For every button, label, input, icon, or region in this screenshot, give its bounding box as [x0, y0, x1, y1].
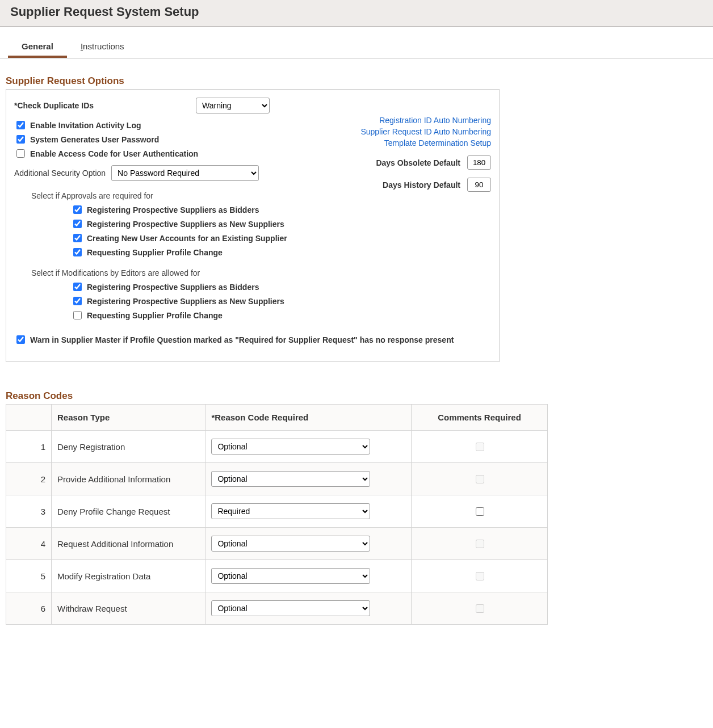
approval-label: Registering Prospective Suppliers as Bid… [87, 205, 259, 214]
approval-checkbox[interactable] [73, 220, 82, 228]
comments-required-cell [412, 463, 548, 495]
enable-access-code-checkbox[interactable] [16, 149, 25, 158]
table-row: 1Deny RegistrationOptional [6, 431, 548, 463]
reason-row-number: 5 [6, 560, 52, 592]
reason-code-cell: Optional [205, 592, 412, 625]
additional-security-option-label: Additional Security Option [14, 169, 106, 178]
reason-code-cell: Required [205, 495, 412, 528]
days-history-default-input[interactable] [467, 178, 491, 192]
table-row: 4Request Additional InformationOptional [6, 528, 548, 560]
check-duplicate-ids-select[interactable]: Warning [196, 98, 270, 113]
reason-col-type: Reason Type [52, 405, 205, 431]
approval-checkbox[interactable] [73, 205, 82, 214]
comments-required-checkbox [476, 443, 484, 451]
approval-checkbox[interactable] [73, 248, 82, 256]
modification-checkbox[interactable] [73, 297, 82, 305]
comments-required-checkbox [476, 604, 484, 613]
reason-row-number: 1 [6, 431, 52, 463]
section-reason-codes-title: Reason Codes [6, 390, 707, 402]
comments-required-cell [412, 560, 548, 592]
reason-row-number: 4 [6, 528, 52, 560]
reason-type-cell: Withdraw Request [52, 592, 205, 625]
approvals-required-header: Select if Approvals are required for [31, 191, 309, 200]
reason-code-required-select[interactable]: Optional [211, 439, 370, 455]
modification-label: Requesting Supplier Profile Change [87, 311, 223, 320]
modification-item: Registering Prospective Suppliers as New… [71, 295, 309, 307]
comments-required-checkbox [476, 475, 484, 483]
modification-checkbox[interactable] [73, 311, 82, 319]
enable-invitation-log-checkbox[interactable] [16, 121, 25, 129]
additional-security-option-select[interactable]: No Password Required [111, 165, 259, 181]
reason-col-rownum [6, 405, 52, 431]
approval-item: Registering Prospective Suppliers as New… [71, 218, 309, 230]
reason-type-cell: Modify Registration Data [52, 560, 205, 592]
table-row: 2Provide Additional InformationOptional [6, 463, 548, 495]
tab-row: General Instructions [0, 36, 713, 58]
warn-supplier-master-checkbox[interactable] [16, 335, 25, 344]
system-generates-password-label: System Generates User Password [30, 135, 159, 144]
modification-label: Registering Prospective Suppliers as New… [87, 297, 284, 306]
modification-item: Registering Prospective Suppliers as Bid… [71, 281, 309, 293]
reason-code-required-select[interactable]: Optional [211, 536, 370, 552]
warn-supplier-master-label: Warn in Supplier Master if Profile Quest… [30, 335, 454, 344]
reason-code-required-select[interactable]: Optional [211, 568, 370, 584]
days-obsolete-default-label: Days Obsolete Default [376, 158, 460, 167]
page-title: Supplier Request System Setup [10, 5, 703, 19]
section-supplier-request-options-title: Supplier Request Options [6, 75, 707, 87]
check-duplicate-ids-label: *Check Duplicate IDs [14, 101, 196, 110]
approval-item: Registering Prospective Suppliers as Bid… [71, 204, 309, 216]
modifications-allowed-header: Select if Modifications by Editors are a… [31, 268, 309, 277]
reason-code-required-select[interactable]: Optional [211, 471, 370, 487]
modification-label: Registering Prospective Suppliers as Bid… [87, 283, 259, 292]
approval-label: Creating New User Accounts for an Existi… [87, 234, 287, 243]
template-determination-setup-link[interactable]: Template Determination Setup [321, 138, 491, 148]
supplier-request-id-auto-numbering-link[interactable]: Supplier Request ID Auto Numbering [321, 127, 491, 136]
comments-required-checkbox [476, 572, 484, 580]
days-obsolete-default-input[interactable] [467, 155, 491, 170]
reason-code-cell: Optional [205, 560, 412, 592]
days-history-default-label: Days History Default [383, 180, 460, 190]
registration-id-auto-numbering-link[interactable]: Registration ID Auto Numbering [321, 116, 491, 125]
table-row: 3Deny Profile Change RequestRequired [6, 495, 548, 528]
reason-code-cell: Optional [205, 431, 412, 463]
reason-code-required-select[interactable]: Required [211, 503, 370, 519]
comments-required-checkbox[interactable] [476, 507, 484, 516]
reason-type-cell: Deny Registration [52, 431, 205, 463]
reason-type-cell: Provide Additional Information [52, 463, 205, 495]
reason-codes-table: Reason Type *Reason Code Required Commen… [6, 404, 548, 625]
approval-item: Requesting Supplier Profile Change [71, 246, 309, 258]
reason-row-number: 6 [6, 592, 52, 625]
enable-invitation-log-label: Enable Invitation Activity Log [30, 121, 141, 130]
comments-required-checkbox [476, 540, 484, 548]
supplier-request-options-box: *Check Duplicate IDs Warning Enable Invi… [6, 89, 500, 362]
modification-checkbox[interactable] [73, 283, 82, 291]
system-generates-password-checkbox[interactable] [16, 135, 25, 144]
tab-general[interactable]: General [8, 36, 67, 58]
reason-col-comments: Comments Required [412, 405, 548, 431]
comments-required-cell [412, 528, 548, 560]
comments-required-cell [412, 495, 548, 528]
comments-required-cell [412, 592, 548, 625]
approval-label: Registering Prospective Suppliers as New… [87, 220, 284, 229]
tab-instructions[interactable]: Instructions [67, 36, 138, 58]
comments-required-cell [412, 431, 548, 463]
content: Supplier Request Options *Check Duplicat… [0, 58, 713, 636]
reason-type-cell: Request Additional Information [52, 528, 205, 560]
reason-type-cell: Deny Profile Change Request [52, 495, 205, 528]
modification-item: Requesting Supplier Profile Change [71, 309, 309, 321]
header-bar: Supplier Request System Setup [0, 0, 713, 27]
table-row: 5Modify Registration DataOptional [6, 560, 548, 592]
reason-row-number: 3 [6, 495, 52, 528]
approval-label: Requesting Supplier Profile Change [87, 248, 223, 257]
table-row: 6Withdraw RequestOptional [6, 592, 548, 625]
reason-code-cell: Optional [205, 463, 412, 495]
reason-code-cell: Optional [205, 528, 412, 560]
reason-col-code: *Reason Code Required [205, 405, 412, 431]
reason-code-required-select[interactable]: Optional [211, 600, 370, 616]
approval-item: Creating New User Accounts for an Existi… [71, 232, 309, 244]
approval-checkbox[interactable] [73, 234, 82, 242]
reason-row-number: 2 [6, 463, 52, 495]
enable-access-code-label: Enable Access Code for User Authenticati… [30, 149, 198, 158]
